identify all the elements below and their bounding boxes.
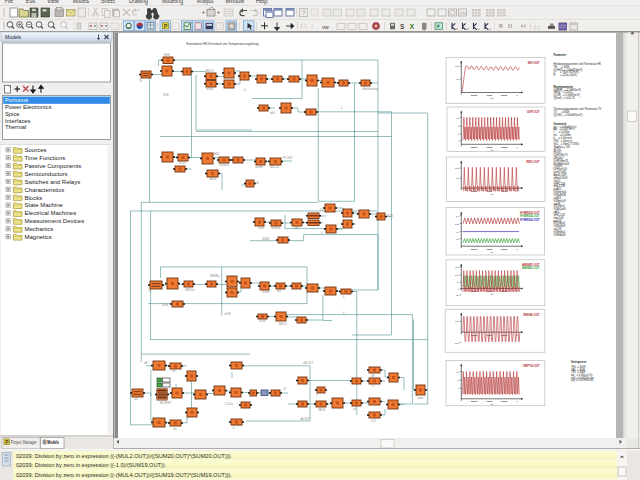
svg-text:SM3Ry: SM3Ry [210, 274, 220, 278]
svg-text:State Machine: State Machine [25, 202, 64, 208]
svg-text:Measurement Devices: Measurement Devices [25, 218, 85, 224]
svg-text:200m: 200m [471, 146, 477, 149]
svg-text:100: 100 [455, 266, 460, 269]
svg-text:VXB: VXB [163, 93, 169, 97]
svg-text:vw: vw [322, 24, 329, 30]
svg-text:Cwm: Cwm [417, 396, 424, 400]
svg-text:Semiconductors: Semiconductors [25, 171, 68, 177]
svg-text:MUL24: MUL24 [270, 165, 279, 169]
svg-text:SUB2: SUB2 [262, 237, 270, 241]
svg-text:100: 100 [455, 65, 460, 68]
svg-text:HYBRID4.OUT: HYBRID4.OUT [520, 218, 540, 222]
svg-text:SM2: SM2 [294, 226, 300, 230]
svg-text:GSP.OUT: GSP.OUT [527, 110, 540, 114]
svg-text:Electrical Machines: Electrical Machines [25, 210, 77, 216]
svg-text:SUM20: SUM20 [219, 163, 229, 167]
svg-text:WMHB.OUT: WMHB.OUT [523, 313, 539, 317]
svg-text:T: T [316, 394, 318, 398]
svg-text:Edit: Edit [26, 0, 36, 4]
svg-text:SUB5: SUB5 [206, 87, 214, 91]
svg-text:Untergrenze: Untergrenze [571, 360, 587, 364]
svg-text:uCH1: uCH1 [224, 312, 232, 316]
svg-text:200m: 200m [471, 248, 477, 251]
svg-text:File: File [5, 0, 14, 4]
svg-text:uA.OUT: uA.OUT [300, 417, 310, 421]
svg-text:T2: T2 [371, 384, 375, 388]
svg-text:LC2: LC2 [371, 419, 377, 423]
svg-text:uR: uR [144, 361, 148, 365]
svg-text:SM17w: SM17w [185, 288, 195, 292]
svg-text:?: ? [302, 9, 306, 16]
svg-text:uN: uN [134, 397, 138, 401]
svg-text:P: P [164, 23, 168, 29]
svg-text:600m: 600m [501, 146, 507, 149]
svg-text:wS: wS [255, 181, 259, 185]
svg-text:600m: 600m [501, 94, 507, 97]
svg-text:SOUT: SOUT [179, 161, 187, 165]
svg-text:uA.OUT: uA.OUT [303, 361, 313, 365]
svg-text:OMPT4.OUT: OMPT4.OUT [523, 364, 540, 368]
svg-text:1.1: 1.1 [300, 23, 307, 29]
svg-text:Power Electronics: Power Electronics [5, 104, 51, 110]
svg-text:x: x [467, 27, 469, 31]
svg-text:600m: 600m [501, 400, 507, 403]
svg-text:M3: M3 [277, 289, 281, 293]
svg-text:Window: Window [225, 0, 244, 4]
svg-text:xB: xB [172, 369, 175, 373]
svg-text:(·): (·) [534, 24, 540, 30]
svg-text:MUL2: MUL2 [206, 69, 214, 73]
svg-text:x: x [456, 27, 458, 31]
svg-text:Portunus: Portunus [5, 97, 28, 103]
svg-text:S: S [400, 23, 405, 30]
svg-text:02039: Division by zero in exp: 02039: Division by zero in expression ((… [16, 453, 232, 459]
svg-text:200m: 200m [471, 190, 477, 193]
svg-text:AMNM5.OUT: AMNM5.OUT [522, 266, 540, 270]
svg-text:Simulation HK-Kreislauf mit Te: Simulation HK-Kreislauf mit Temperaturre… [186, 42, 259, 46]
svg-text:Mechanics: Mechanics [25, 226, 54, 232]
svg-text:100: 100 [455, 320, 460, 323]
svg-text:uRohrleitung: uRohrleitung [362, 87, 378, 91]
svg-text:SM16: SM16 [318, 408, 326, 412]
svg-text:LC2xx: LC2xx [225, 402, 234, 406]
svg-text:Switches and Relays: Switches and Relays [25, 179, 81, 185]
svg-text:SUB: SUB [162, 303, 168, 307]
svg-text:200m: 200m [471, 400, 477, 403]
svg-text:HKE: HKE [164, 53, 170, 57]
svg-text:SUM9: SUM9 [255, 165, 263, 169]
svg-text:Interfaces: Interfaces [5, 118, 31, 124]
svg-text:Q(mot) = 1e20.7k: Q(mot) = 1e20.7k [554, 96, 576, 100]
svg-text:02039: Division by zero in exp: 02039: Division by zero in expression ((… [16, 472, 232, 478]
svg-text:Parameter: Parameter [554, 53, 567, 57]
svg-text:500: 500 [455, 223, 460, 226]
svg-text:View: View [47, 0, 59, 4]
svg-text:Magnetics: Magnetics [25, 234, 52, 240]
svg-text:SUM: SUM [259, 319, 266, 323]
svg-text:SUM: SUM [258, 226, 265, 230]
svg-text:Ta: Ta [148, 289, 151, 293]
svg-text:Models: Models [5, 34, 21, 40]
svg-text:Time Functions: Time Functions [25, 155, 66, 161]
svg-text:a(t) = 0.00789e-0m: a(t) = 0.00789e-0m [571, 378, 593, 382]
svg-text:Q(CHL) = 100mW/(m²K): Q(CHL) = 100mW/(m²K) [554, 113, 583, 117]
svg-text:SUM18: SUM18 [271, 226, 281, 230]
svg-text:x: x [489, 27, 491, 31]
svg-text:Passive Components: Passive Components [25, 163, 82, 169]
svg-text:Models: Models [73, 0, 90, 4]
svg-text:500: 500 [455, 274, 460, 277]
svg-text:R = 220e+2(a²K): R = 220e+2(a²K) [554, 73, 578, 77]
svg-text:Te: Te [139, 79, 142, 83]
svg-text:xB: xB [371, 374, 374, 378]
svg-text:600m: 600m [501, 190, 507, 193]
svg-text:xD: xD [173, 427, 176, 431]
svg-text:02039: Division by zero in exp: 02039: Division by zero in expression ((… [16, 462, 167, 468]
svg-text:PLOSS: PLOSS [283, 156, 292, 160]
svg-text:VXBtBe08: VXBtBe08 [554, 233, 567, 237]
svg-text:Project Manager: Project Manager [11, 440, 37, 445]
svg-text:MUL: MUL [214, 152, 220, 156]
svg-text:WH.OUT: WH.OUT [528, 61, 540, 65]
svg-text:x: x [478, 27, 480, 31]
svg-text:Thermal: Thermal [5, 124, 26, 130]
svg-text:Sources: Sources [25, 147, 47, 153]
svg-text:Abc: Abc [460, 11, 469, 16]
svg-text:Spice: Spice [5, 111, 20, 117]
